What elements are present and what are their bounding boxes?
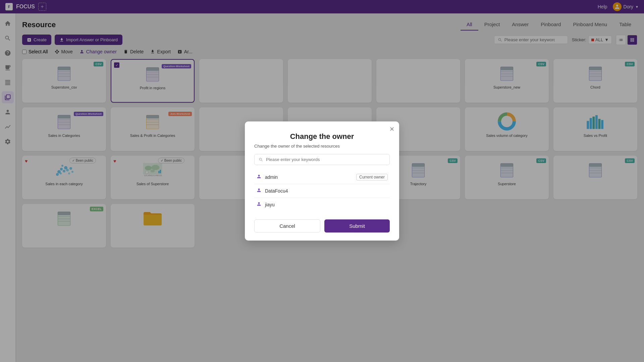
modal-close-button[interactable]: ✕ [389,125,394,133]
user-person-icon [256,201,262,208]
user-name-datafocu4: DataFocu4 [265,188,288,194]
user-list: admin Current owner DataFocu4 jiayu [254,170,390,211]
modal-search-bar[interactable] [254,154,390,165]
user-item-left: jiayu [256,201,275,208]
user-item-jiayu[interactable]: jiayu [254,198,390,211]
change-owner-modal: ✕ Change the owner Change the owner of t… [245,121,399,241]
modal-search-input[interactable] [266,157,385,162]
user-item-datafocu4[interactable]: DataFocu4 [254,184,390,198]
user-item-admin[interactable]: admin Current owner [254,170,390,184]
user-item-left: admin [256,174,278,180]
user-person-icon [256,174,262,180]
modal-search-icon [259,157,263,162]
user-item-left: DataFocu4 [256,188,288,194]
modal-overlay[interactable]: ✕ Change the owner Change the owner of t… [0,0,644,362]
user-name-jiayu: jiayu [265,202,275,207]
modal-subtitle: Change the owner of the selected resourc… [254,144,390,149]
submit-button[interactable]: Submit [324,219,390,232]
user-person-icon [256,188,262,194]
current-owner-badge: Current owner [356,174,388,180]
modal-footer: Cancel Submit [254,219,390,232]
cancel-button[interactable]: Cancel [254,219,320,232]
user-name-admin: admin [265,174,278,180]
modal-title: Change the owner [254,132,390,141]
